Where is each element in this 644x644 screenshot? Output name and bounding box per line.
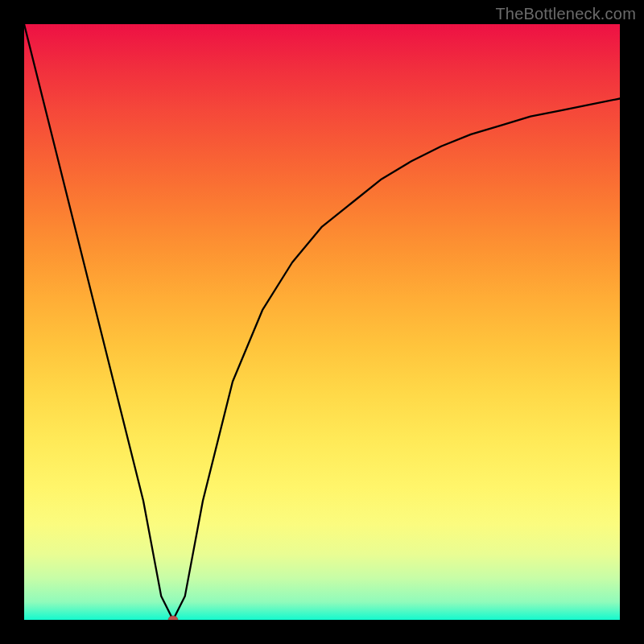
chart-frame: TheBottleneck.com [0,0,644,644]
bottleneck-curve [24,24,620,620]
min-point-marker [168,616,178,620]
plot-area [24,24,620,620]
watermark-text: TheBottleneck.com [495,5,636,23]
curve-svg [24,24,620,620]
